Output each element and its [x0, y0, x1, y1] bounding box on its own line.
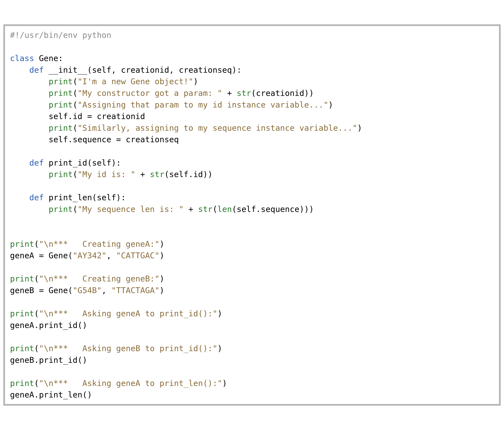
builtin-str: str: [237, 88, 251, 98]
ga-assign-pre: geneA = Gene(: [10, 251, 73, 260]
kw-def: def: [29, 193, 44, 202]
builtin-print: print: [10, 309, 34, 318]
builtin-str: str: [150, 170, 164, 179]
str-new-gene: "I'm a new Gene object!": [78, 77, 193, 86]
shebang-line: #!/usr/bin/env python: [10, 30, 111, 40]
class-name: Gene: [39, 53, 58, 63]
plus-op: +: [135, 170, 150, 179]
kw-def: def: [29, 65, 44, 75]
printlen-params: (self):: [92, 193, 126, 202]
str-my-id: "My id is: ": [78, 170, 135, 179]
str-ask-a-id: "\n*** Asking geneA to print_id():": [39, 309, 217, 318]
str-ask-b-id: "\n*** Asking geneB to print_id():": [39, 344, 217, 353]
v-len-seq: (self.sequence))): [232, 204, 314, 214]
ga-arg1: "AY342": [73, 251, 107, 260]
builtin-print: print: [10, 274, 34, 283]
builtin-print: print: [10, 239, 34, 249]
str-my-seqlen: "My sequence len is: ": [78, 204, 184, 214]
v-creationid: (creationid)): [251, 88, 314, 98]
printid-name: print_id: [49, 158, 87, 167]
kw-class: class: [10, 53, 34, 63]
builtin-print: print: [49, 100, 73, 109]
str-got-param: "My constructor got a param: ": [78, 88, 222, 98]
gb-assign-pre: geneB = Gene(: [10, 286, 73, 295]
printid-params: (self):: [87, 158, 121, 167]
code-pre: #!/usr/bin/env python class Gene: def __…: [10, 29, 494, 401]
builtin-print: print: [49, 170, 73, 179]
str-ask-a-len: "\n*** Asking geneA to print_len():": [39, 378, 222, 388]
code-block: #!/usr/bin/env python class Gene: def __…: [3, 24, 501, 406]
builtin-print: print: [49, 88, 73, 98]
plus-op: +: [184, 204, 198, 214]
comma: ,: [107, 251, 116, 260]
plus-op: +: [222, 88, 237, 98]
builtin-print: print: [49, 204, 73, 214]
gb-arg2: "TTACTAGA": [111, 286, 160, 295]
assign-id: self.id = creationid: [49, 112, 145, 121]
builtin-print: print: [49, 123, 73, 132]
close-paren: ): [160, 251, 164, 260]
assign-seq: self.sequence = creationseq: [49, 135, 179, 144]
builtin-len: len: [217, 204, 232, 214]
ga-arg2: "CATTGAC": [116, 251, 160, 260]
kw-def: def: [29, 158, 44, 167]
str-creating-a: "\n*** Creating geneA:": [39, 239, 159, 249]
printlen-name: print_len: [49, 193, 92, 202]
colon: :: [58, 53, 63, 63]
builtin-str: str: [198, 204, 213, 214]
gb-arg1: "G54B": [73, 286, 102, 295]
v-self-id: (self.id)): [164, 170, 213, 179]
close-paren: ): [160, 286, 164, 295]
str-assign-id: "Assigning that param to my id instance …: [78, 100, 328, 109]
str-creating-b: "\n*** Creating geneB:": [39, 274, 159, 283]
builtin-print: print: [10, 344, 34, 353]
init-params: (self, creationid, creationseq):: [87, 65, 242, 75]
init-name: __init__: [49, 65, 87, 75]
str-assign-seq: "Similarly, assigning to my sequence ins…: [78, 123, 357, 132]
gb-printid: geneB.print_id(): [10, 355, 87, 365]
builtin-print: print: [49, 77, 73, 86]
ga-printid: geneA.print_id(): [10, 320, 87, 330]
builtin-print: print: [10, 378, 34, 388]
ga-printlen: geneA.print_len(): [10, 390, 92, 399]
comma: ,: [102, 286, 111, 295]
